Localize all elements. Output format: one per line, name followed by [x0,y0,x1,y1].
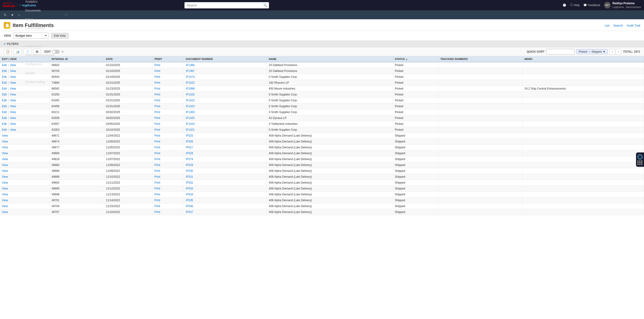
search-link[interactable]: Search [613,24,623,27]
print-link[interactable]: Print [154,181,160,184]
view-select[interactable]: Budget Item Standard View Custom View [14,33,49,39]
doc-num-link[interactable]: IF1366 [186,64,194,67]
print-link[interactable]: Print [154,175,160,178]
print-link[interactable]: Print [154,199,160,202]
nav-refresh-icon[interactable]: ↻ [2,12,8,18]
edit-link[interactable]: Edit [2,122,7,126]
doc-num-link[interactable]: IF532 [186,181,193,184]
doc-num-link[interactable]: IF1383 [186,111,194,114]
help-button[interactable]: ⓘ Help [570,3,580,7]
col-tracking-numbers[interactable]: TRACKING NUMBERS [438,56,522,62]
col-document-number[interactable]: DOCUMENT NUMBER [184,56,267,62]
history-button[interactable]: 🕐 [563,4,566,7]
print-button[interactable]: 🖶 [33,49,41,55]
view-link[interactable]: View [10,122,16,126]
doc-num-link[interactable]: IF1423 [186,105,194,108]
view-link[interactable]: View [2,169,8,173]
print-link[interactable]: Print [154,116,160,120]
print-link[interactable]: Print [154,87,160,90]
doc-num-link[interactable]: IF527 [186,146,193,149]
print-link[interactable]: Print [154,93,160,96]
edit-link[interactable]: Edit [2,75,7,79]
edit-link[interactable]: Edit [2,128,7,131]
doc-num-link[interactable]: IF1367 [186,69,194,73]
view-link[interactable]: View [2,152,8,155]
print-link[interactable]: Print [154,134,160,137]
doc-num-link[interactable]: IF1998 [186,87,194,90]
edit-link[interactable]: Edit [2,93,7,96]
doc-num-link[interactable]: IF1420 [186,93,194,96]
nav-home-icon[interactable]: ⌂ [16,12,22,18]
view-link[interactable]: View [2,175,8,178]
doc-num-link[interactable]: IF525 [186,134,193,137]
view-link[interactable]: View [2,210,8,214]
doc-num-link[interactable]: IF526 [186,140,193,143]
view-link[interactable]: View [2,204,8,208]
copy-button[interactable]: 📋 [4,49,12,55]
view-link[interactable]: View [10,116,16,120]
filters-expand-icon[interactable]: + [4,42,6,46]
print-link[interactable]: Print [154,64,160,67]
print-link[interactable]: Print [154,163,160,167]
edit-link[interactable]: Edit [2,105,7,108]
list-link[interactable]: List [605,24,610,27]
doc-num-link[interactable]: IF1522 [186,81,194,84]
print-link[interactable]: Print [154,122,160,126]
edit-link[interactable]: Edit [2,64,7,67]
edit-close-icon[interactable]: ✕ [61,50,64,54]
print-link[interactable]: Print [154,81,160,84]
floating-help-button[interactable]: ⓘ [636,152,644,167]
col-date[interactable]: DATE [104,56,152,62]
view-link[interactable]: View [10,69,16,73]
next-page-button[interactable]: › [616,49,621,55]
nav-item-analytics[interactable]: Analytics [22,0,62,6]
edit-link[interactable]: Edit [2,116,7,120]
doc-num-link[interactable]: IF534 [186,193,193,196]
view-link[interactable]: View [2,181,8,184]
view-link[interactable]: View [10,111,16,114]
export-pdf-button[interactable]: 📄 [24,49,32,55]
print-link[interactable]: Print [154,210,160,214]
prev-page-button[interactable]: ‹ [610,49,615,55]
view-link[interactable]: View [2,193,8,196]
doc-num-link[interactable]: IF536 [186,204,193,208]
print-link[interactable]: Print [154,158,160,161]
audit-trail-link[interactable]: Audit Trail [626,24,640,27]
doc-num-link[interactable]: IF533 [186,187,193,190]
view-link[interactable]: View [2,140,8,143]
edit-link[interactable]: Edit [2,81,7,84]
search-input[interactable] [184,2,269,9]
doc-num-link[interactable]: IF530 [186,169,193,173]
view-link[interactable]: View [10,105,16,108]
user-info[interactable]: RP Raditya Pratama Logiframe · Administr… [604,2,641,9]
print-link[interactable]: Print [154,169,160,173]
print-link[interactable]: Print [154,193,160,196]
print-link[interactable]: Print [154,105,160,108]
print-link[interactable]: Print [154,152,160,155]
edit-link[interactable]: Edit [2,111,7,114]
doc-num-link[interactable]: IF574 [186,158,193,161]
doc-num-link[interactable]: IF531 [186,175,193,178]
export-excel-button[interactable]: 📊 [14,49,22,55]
nav-more-button[interactable]: ··· [62,11,70,18]
print-link[interactable]: Print [154,111,160,114]
print-link[interactable]: Print [154,128,160,131]
view-link[interactable]: View [10,81,16,84]
view-link[interactable]: View [2,158,8,161]
doc-num-link[interactable]: IF1474 [186,75,194,79]
view-link[interactable]: View [10,64,16,67]
doc-num-link[interactable]: IF529 [186,163,193,167]
search-icon[interactable]: 🔍 [264,4,267,7]
doc-num-link[interactable]: IF535 [186,199,193,202]
print-link[interactable]: Print [154,69,160,73]
nav-star-icon[interactable]: ★ [9,12,16,18]
doc-num-link[interactable]: IF537 [186,210,193,214]
print-link[interactable]: Print [154,204,160,208]
quick-sort-select[interactable] [546,49,574,55]
col-name[interactable]: NAME [267,56,393,62]
print-link[interactable]: Print [154,140,160,143]
view-link[interactable]: View [10,99,16,102]
col-print[interactable]: PRINT [152,56,184,62]
nav-item-documents[interactable]: Documents [22,6,62,15]
edit-link[interactable]: Edit [2,99,7,102]
